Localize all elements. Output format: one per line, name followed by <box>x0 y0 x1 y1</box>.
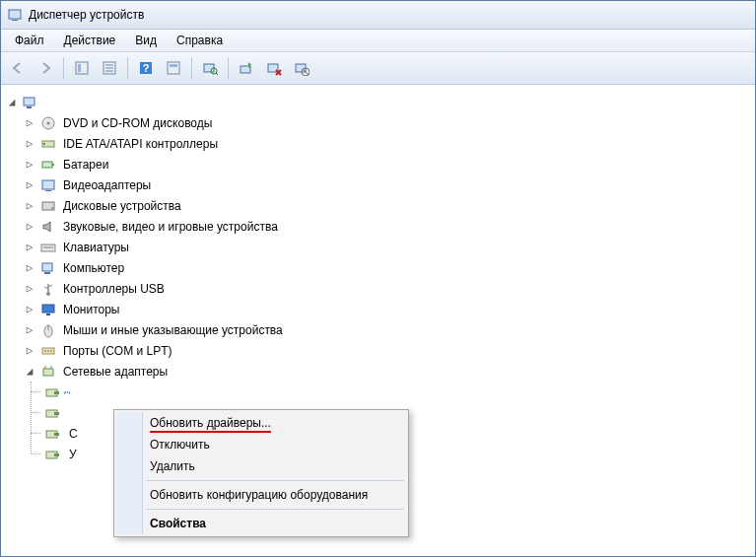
menu-disable[interactable]: Отключить <box>116 434 406 455</box>
battery-icon <box>40 157 56 173</box>
svg-rect-0 <box>9 10 21 19</box>
scan-hardware-button[interactable] <box>197 55 223 81</box>
device-manager-window: Диспетчер устройств Файл Действие Вид Сп… <box>0 0 756 557</box>
tree-category[interactable]: ▷Дисковые устройства <box>23 195 751 216</box>
tree-root[interactable]: ◢ <box>5 92 751 112</box>
svg-rect-61 <box>54 453 59 456</box>
menu-update-drivers[interactable]: Обновить драйверы... <box>116 412 406 434</box>
netcard-icon <box>44 426 60 442</box>
menu-action[interactable]: Действие <box>54 32 126 49</box>
tree-category-label: Сетевые адаптеры <box>60 364 171 380</box>
tree-category[interactable]: ▷Звуковые, видео и игровые устройства <box>23 216 751 237</box>
expand-icon[interactable]: ▷ <box>23 199 36 213</box>
expand-icon[interactable]: ▷ <box>23 323 36 337</box>
tree-category-label: Звуковые, видео и игровые устройства <box>60 219 281 235</box>
menu-file[interactable]: Файл <box>5 32 54 49</box>
tree-category-label: Порты (COM и LPT) <box>60 343 175 359</box>
svg-rect-44 <box>46 313 50 315</box>
tree-device-label: У <box>64 447 80 462</box>
mouse-icon <box>40 322 56 338</box>
tree-device[interactable] <box>40 382 751 402</box>
menu-uninstall[interactable]: Удалить <box>116 455 406 477</box>
context-menu-separator <box>146 480 404 481</box>
titlebar[interactable]: Диспетчер устройств <box>1 1 755 30</box>
svg-rect-24 <box>27 106 32 108</box>
expand-icon[interactable]: ▷ <box>23 303 36 316</box>
tree-category-label: IDE ATA/ATAPI контроллеры <box>60 136 221 152</box>
svg-point-48 <box>44 350 46 352</box>
tree-category-label: Мыши и иные указывающие устройства <box>60 322 286 338</box>
monitor-icon <box>40 302 56 317</box>
show-hide-tree-button[interactable] <box>69 55 95 81</box>
menu-view[interactable]: Вид <box>125 32 167 49</box>
tree-category[interactable]: ▷Компьютер <box>23 257 751 278</box>
collapse-icon[interactable]: ◢ <box>5 96 19 109</box>
context-menu-separator <box>146 509 404 510</box>
tree-category[interactable]: ▷Мыши и иные указывающие устройства <box>23 319 751 340</box>
menubar: Файл Действие Вид Справка <box>1 30 755 52</box>
tree-category[interactable]: ▷Порты (COM и LPT) <box>23 340 751 361</box>
disable-button[interactable] <box>289 55 314 81</box>
menu-help[interactable]: Справка <box>167 32 233 49</box>
computer-icon <box>40 260 56 276</box>
tree-category-label: Мониторы <box>60 302 122 317</box>
menu-scan-hardware-label: Обновить конфигурацию оборудования <box>150 488 368 502</box>
expand-icon[interactable]: ▷ <box>23 344 36 358</box>
tree-category[interactable]: ▷IDE ATA/ATAPI контроллеры <box>23 133 751 154</box>
svg-point-50 <box>50 350 52 352</box>
tree-category[interactable]: ▷DVD и CD-ROM дисководы <box>23 112 751 133</box>
tree-device-label <box>64 412 70 414</box>
svg-line-14 <box>216 73 218 75</box>
window-title: Диспетчер устройств <box>29 8 144 22</box>
expand-icon[interactable]: ▷ <box>23 220 36 234</box>
tree-category[interactable]: ◢Сетевые адаптеры <box>23 361 751 382</box>
expand-icon[interactable]: ▷ <box>23 137 36 151</box>
toolbar: ? <box>1 52 755 85</box>
properties-button[interactable] <box>97 55 122 81</box>
display-icon <box>40 177 56 193</box>
tree-category-label: Клавиатуры <box>60 240 132 255</box>
tree-category-label: Компьютер <box>60 260 127 276</box>
context-menu: Обновить драйверы... Отключить Удалить О… <box>113 409 409 537</box>
tree-root-label <box>42 102 48 104</box>
computer-icon <box>23 95 38 110</box>
netcard-icon <box>44 405 60 421</box>
expand-icon[interactable]: ▷ <box>23 261 36 275</box>
tree-category[interactable]: ▷Мониторы <box>23 299 751 319</box>
tree-category[interactable]: ▷Клавиатуры <box>23 237 751 257</box>
svg-point-34 <box>51 207 53 209</box>
expand-icon[interactable]: ▷ <box>23 241 36 254</box>
svg-rect-28 <box>43 143 45 145</box>
tree-category[interactable]: ▷Видеоадаптеры <box>23 174 751 195</box>
menu-properties-label: Свойства <box>150 517 206 530</box>
back-button[interactable] <box>5 55 31 81</box>
action-button[interactable] <box>161 55 186 81</box>
expand-icon[interactable]: ▷ <box>23 282 36 296</box>
collapse-icon[interactable]: ◢ <box>23 365 36 379</box>
tree-category-label: Контроллеры USB <box>60 281 168 297</box>
toolbar-separator <box>228 57 229 79</box>
expand-icon[interactable]: ▷ <box>23 116 36 130</box>
uninstall-button[interactable] <box>261 55 287 81</box>
svg-rect-2 <box>76 62 88 74</box>
menu-scan-hardware[interactable]: Обновить конфигурацию оборудования <box>116 484 406 506</box>
svg-rect-51 <box>43 369 53 376</box>
svg-rect-38 <box>44 272 50 274</box>
expand-icon[interactable]: ▷ <box>23 158 36 172</box>
update-driver-button[interactable] <box>234 55 259 81</box>
netcard-icon <box>44 447 60 462</box>
help-button[interactable]: ? <box>133 55 159 81</box>
tree-category[interactable]: ▷Контроллеры USB <box>23 278 751 299</box>
svg-rect-30 <box>52 164 54 166</box>
menu-properties[interactable]: Свойства <box>116 513 406 534</box>
svg-rect-1 <box>12 20 18 21</box>
forward-button[interactable] <box>33 55 58 81</box>
net-icon <box>40 364 56 380</box>
svg-point-39 <box>46 292 50 296</box>
disc-icon <box>40 115 56 131</box>
tree-category[interactable]: ▷Батареи <box>23 154 751 174</box>
svg-rect-43 <box>42 305 54 313</box>
menu-uninstall-label: Удалить <box>150 459 195 473</box>
svg-rect-29 <box>42 162 52 168</box>
expand-icon[interactable]: ▷ <box>23 178 36 192</box>
